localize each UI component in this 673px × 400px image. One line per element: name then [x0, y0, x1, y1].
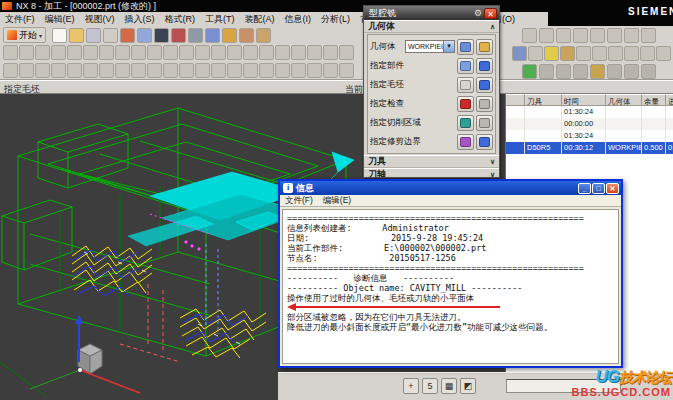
- toolbar-icon[interactable]: [195, 45, 210, 60]
- toolbar-icon[interactable]: [607, 28, 622, 43]
- wireframe-view-icon[interactable]: [171, 28, 186, 43]
- menu-item-assemblies[interactable]: 装配(A): [240, 13, 280, 26]
- toolbar-icon[interactable]: [163, 45, 178, 60]
- toolbar-icon[interactable]: [51, 45, 66, 60]
- toolbar-icon[interactable]: [147, 63, 162, 78]
- toolbar-icon[interactable]: [83, 63, 98, 78]
- table-row-selected[interactable]: D50R500:30:12 WORKPIECE0.5000.: [506, 142, 673, 154]
- select-trim-button[interactable]: [476, 134, 493, 150]
- verify-check-icon[interactable]: [522, 64, 537, 79]
- column-header-tool[interactable]: 刀具: [525, 94, 562, 106]
- toolbar-icon[interactable]: [115, 63, 130, 78]
- output-icon[interactable]: [640, 46, 655, 61]
- specify-part-button[interactable]: [457, 58, 474, 74]
- toolbar-icon[interactable]: [641, 28, 656, 43]
- toolbar-icon[interactable]: [131, 45, 146, 60]
- gouge-check-icon[interactable]: [556, 64, 571, 79]
- simulate-icon[interactable]: [539, 64, 554, 79]
- orient-view-icon[interactable]: [205, 28, 220, 43]
- new-file-icon[interactable]: [52, 28, 67, 43]
- snap-point-icon[interactable]: [256, 28, 271, 43]
- toolbar-icon[interactable]: [35, 45, 50, 60]
- toolbar-icon[interactable]: [19, 63, 34, 78]
- select-cut-area-button[interactable]: [476, 115, 493, 131]
- menu-item-format[interactable]: 格式(R): [160, 13, 201, 26]
- menu-item-information[interactable]: 信息(I): [280, 13, 317, 26]
- close-button[interactable]: ✕: [606, 183, 619, 194]
- window-layout-icon[interactable]: [120, 28, 135, 43]
- geometry-select[interactable]: WORKPIECE ▼: [405, 40, 455, 53]
- table-row[interactable]: 01:30:24: [506, 130, 673, 142]
- menu-item-file[interactable]: 文件(F): [0, 13, 40, 26]
- toolbar-icon[interactable]: [99, 45, 114, 60]
- color-palette-icon[interactable]: ▦: [441, 378, 457, 394]
- selection-filter-icon[interactable]: +: [403, 378, 419, 394]
- edit-geometry-button[interactable]: [457, 39, 474, 55]
- info-menu-file[interactable]: 文件(F): [285, 195, 313, 207]
- select-part-button[interactable]: [476, 58, 493, 74]
- toolbar-icon[interactable]: [522, 28, 537, 43]
- minimize-button[interactable]: _: [578, 183, 591, 194]
- toolbar-icon[interactable]: [291, 63, 306, 78]
- toolbar-icon[interactable]: [147, 45, 162, 60]
- shop-doc-icon[interactable]: [624, 46, 639, 61]
- toolbar-icon[interactable]: [339, 45, 354, 60]
- toolbar-icon[interactable]: [259, 45, 274, 60]
- start-menu-button[interactable]: 开始 ▾: [3, 27, 46, 43]
- toolbar-icon[interactable]: [211, 63, 226, 78]
- rotate-view-icon[interactable]: [137, 28, 152, 43]
- close-icon[interactable]: ✕: [484, 8, 497, 19]
- column-header-name[interactable]: [506, 94, 525, 106]
- specify-check-button[interactable]: [457, 96, 474, 112]
- select-blank-button[interactable]: [476, 77, 493, 93]
- gear-icon[interactable]: ⚙: [474, 8, 482, 18]
- specify-trim-button[interactable]: [457, 134, 474, 150]
- toolbar-icon[interactable]: [291, 45, 306, 60]
- swap-tool-icon[interactable]: [528, 46, 543, 61]
- menu-item-insert[interactable]: 插入(S): [120, 13, 160, 26]
- toolbar-icon[interactable]: [307, 63, 322, 78]
- section-tool[interactable]: 刀具 ∨: [364, 155, 499, 168]
- toolbar-icon[interactable]: [67, 45, 82, 60]
- menu-item-view[interactable]: 视图(V): [80, 13, 120, 26]
- create-tool-icon[interactable]: [512, 46, 527, 61]
- menu-item-tools[interactable]: 工具(T): [200, 13, 240, 26]
- layer-settings-icon[interactable]: ◩: [460, 378, 476, 394]
- maximize-button[interactable]: □: [592, 183, 605, 194]
- post-process-icon[interactable]: [608, 46, 623, 61]
- toolbar-icon[interactable]: [227, 45, 242, 60]
- toolbar-icon[interactable]: [323, 45, 338, 60]
- menu-item-analysis[interactable]: 分析(L): [316, 13, 355, 26]
- machine-tool-icon[interactable]: [592, 46, 607, 61]
- transform-icon[interactable]: [624, 64, 639, 79]
- workpiece-icon[interactable]: [573, 64, 588, 79]
- table-row[interactable]: 01:30:24: [506, 106, 673, 118]
- print-icon[interactable]: [103, 28, 118, 43]
- toolbar-icon[interactable]: [131, 63, 146, 78]
- chevron-down-icon[interactable]: ▼: [443, 41, 454, 52]
- isometric-view-icon[interactable]: [188, 28, 203, 43]
- toolbar-icon[interactable]: [556, 28, 571, 43]
- toolbar-icon[interactable]: [275, 45, 290, 60]
- toolbar-icon[interactable]: [35, 63, 50, 78]
- toolbar-icon[interactable]: [243, 45, 258, 60]
- info-text-area[interactable]: ========================================…: [282, 209, 619, 364]
- toolbar-icon[interactable]: [275, 63, 290, 78]
- toolbar-icon[interactable]: [573, 28, 588, 43]
- toolbar-icon[interactable]: [67, 63, 82, 78]
- save-icon[interactable]: [86, 28, 101, 43]
- point-constructor-icon[interactable]: [239, 28, 254, 43]
- toolbar-icon[interactable]: [307, 45, 322, 60]
- specify-blank-button[interactable]: [457, 77, 474, 93]
- toolbar-icon[interactable]: [179, 45, 194, 60]
- column-header-geometry[interactable]: 几何体: [606, 94, 642, 106]
- toolbar-icon[interactable]: [19, 45, 34, 60]
- toolbar-icon[interactable]: [99, 63, 114, 78]
- toolbar-icon[interactable]: [539, 28, 554, 43]
- display-icon[interactable]: [641, 64, 656, 79]
- toolbar-icon[interactable]: [590, 28, 605, 43]
- toolbar-icon[interactable]: [163, 63, 178, 78]
- toolbar-icon[interactable]: [339, 63, 354, 78]
- toolbar-icon[interactable]: [211, 45, 226, 60]
- mirror-icon[interactable]: [607, 64, 622, 79]
